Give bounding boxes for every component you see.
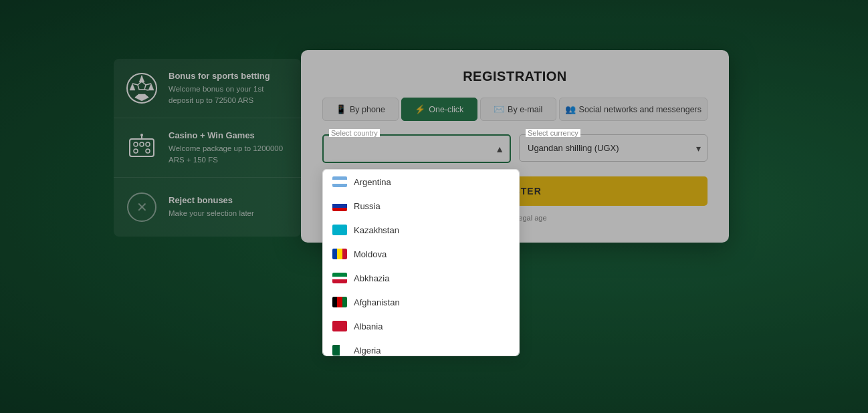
dropdown-item-moldova[interactable]: Moldova <box>323 242 519 266</box>
flag-kazakhstan <box>332 225 347 235</box>
flag-abkhazia <box>332 273 347 283</box>
dropdown-item-abkhazia[interactable]: Abkhazia <box>323 266 519 290</box>
flag-afghanistan <box>332 297 347 307</box>
currency-label: Select currency <box>526 129 580 137</box>
country-name-afghanistan: Afghanistan <box>354 297 400 307</box>
dropdown-item-afghanistan[interactable]: Afghanistan <box>323 290 519 314</box>
flag-russia <box>332 200 347 211</box>
country-name-kazakhstan: Kazakhstan <box>354 225 399 235</box>
country-label: Select country <box>329 129 380 137</box>
dropdown-item-kazakhstan[interactable]: Kazakhstan <box>323 218 519 242</box>
flag-albania <box>332 321 347 331</box>
country-name-argentina: Argentina <box>354 177 391 187</box>
country-name-algeria: Algeria <box>354 346 381 356</box>
flag-algeria <box>332 345 347 356</box>
country-name-russia: Russia <box>354 201 381 211</box>
flag-moldova <box>332 249 347 259</box>
country-name-abkhazia: Abkhazia <box>354 273 389 283</box>
dropdown-item-argentina[interactable]: Argentina <box>323 170 519 194</box>
country-name-moldova: Moldova <box>354 249 387 259</box>
flag-argentina <box>332 176 347 187</box>
dropdown-item-russia[interactable]: Russia <box>323 194 519 218</box>
dropdown-item-algeria[interactable]: Algeria <box>323 338 519 356</box>
dropdown-item-albania[interactable]: Albania <box>323 314 519 338</box>
country-name-albania: Albania <box>354 321 383 331</box>
country-dropdown[interactable]: Argentina Russia Kazakhstan Moldova Abkh… <box>322 169 520 356</box>
